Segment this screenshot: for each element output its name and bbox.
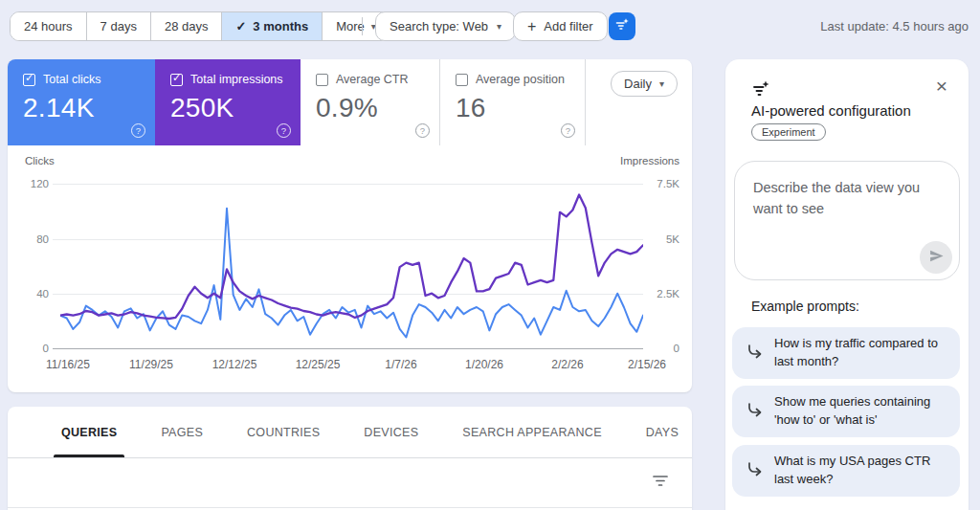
- metric-card-total-impressions[interactable]: ✓ Total impressions 250K ?: [155, 59, 301, 145]
- check-icon: ✓: [235, 19, 246, 33]
- redo-arrow-icon: [746, 343, 763, 364]
- checkbox-checked-icon[interactable]: ✓: [170, 74, 183, 86]
- metric-label: Total clicks: [43, 73, 100, 86]
- x-axis-line: [53, 348, 643, 349]
- search-type-dropdown[interactable]: Search type: Web ▾: [375, 11, 516, 41]
- prompt-input[interactable]: Describe the data view you want to see: [734, 161, 960, 280]
- performance-page: 24 hours 7 days 28 days ✓ 3 months More …: [0, 0, 980, 510]
- left-axis-tick: 120: [31, 178, 49, 189]
- metric-label: Total impressions: [190, 73, 283, 86]
- panel-title: AI-powered configuration: [751, 102, 911, 119]
- range-28-days[interactable]: 28 days: [151, 12, 223, 40]
- left-axis-tick: 80: [36, 233, 49, 245]
- checkbox-unchecked-icon[interactable]: [456, 74, 468, 86]
- ai-filter-button[interactable]: [609, 12, 635, 40]
- metric-value: 0.9%: [316, 93, 439, 123]
- x-axis-label: 1/20/26: [465, 358, 503, 371]
- metric-card-total-clicks[interactable]: ✓ Total clicks 2.14K ?: [8, 59, 155, 145]
- example-prompts-heading: Example prompts:: [751, 299, 859, 314]
- example-prompt-text: What is my USA pages CTR last week?: [774, 453, 948, 489]
- x-axis-label: 1/7/26: [385, 358, 416, 371]
- last-update-text: Last update: 4.5 hours ago: [820, 19, 969, 33]
- example-prompt[interactable]: What is my USA pages CTR last week?: [732, 445, 960, 497]
- performance-chart-card: ✓ Total clicks 2.14K ? ✓ Total impressio…: [8, 59, 692, 392]
- send-button[interactable]: [920, 241, 952, 274]
- tab-pages[interactable]: PAGES: [161, 407, 203, 457]
- metric-label: Average position: [476, 73, 565, 86]
- right-axis-tick: 5K: [666, 233, 679, 245]
- help-icon[interactable]: ?: [277, 123, 291, 138]
- right-axis-tick: 0: [674, 343, 679, 354]
- experiment-badge: Experiment: [751, 123, 826, 141]
- metric-card-average-position[interactable]: Average position 16 ?: [440, 59, 586, 145]
- ai-sparkle-filter-icon: [751, 79, 770, 102]
- x-axis-label: 11/16/25: [46, 358, 90, 371]
- prompt-input-placeholder: Describe the data view you want to see: [753, 177, 935, 220]
- x-axis-label: 12/12/25: [212, 358, 257, 371]
- range-24-hours[interactable]: 24 hours: [11, 12, 87, 40]
- metric-value: 2.14K: [23, 93, 155, 123]
- help-icon[interactable]: ?: [131, 123, 145, 138]
- plus-icon: +: [527, 18, 536, 35]
- toolbar-divider: [362, 17, 363, 35]
- left-axis-tick: 0: [43, 343, 49, 354]
- date-range-group: 24 hours 7 days 28 days ✓ 3 months More …: [10, 11, 390, 41]
- add-filter-button[interactable]: + Add filter: [513, 11, 608, 41]
- metric-cards: ✓ Total clicks 2.14K ? ✓ Total impressio…: [8, 59, 692, 145]
- left-axis-tick: 40: [36, 288, 49, 299]
- close-icon[interactable]: ×: [930, 75, 953, 98]
- filter-toolbar: 24 hours 7 days 28 days ✓ 3 months More …: [0, 0, 980, 54]
- right-axis-tick: 2.5K: [657, 288, 679, 299]
- metric-value: 16: [456, 93, 585, 123]
- example-prompt[interactable]: How is my traffic compared to last month…: [732, 327, 960, 379]
- granularity-dropdown[interactable]: Daily ▾: [611, 71, 678, 97]
- redo-arrow-icon: [746, 401, 763, 422]
- chart-plot-area[interactable]: [60, 184, 643, 348]
- metric-value: 250K: [170, 93, 301, 123]
- checkbox-unchecked-icon[interactable]: [316, 74, 328, 86]
- x-axis-label: 11/29/25: [129, 358, 173, 371]
- table-filter-icon[interactable]: [652, 472, 669, 493]
- tab-countries[interactable]: COUNTRIES: [247, 407, 320, 457]
- timeseries-chart[interactable]: Clicks Impressions 120 80 40 0 7.5K 5K 2…: [8, 145, 692, 392]
- x-axis-label: 2/15/26: [628, 358, 666, 371]
- redo-arrow-icon: [746, 460, 763, 481]
- x-axis-label: 2/2/26: [551, 358, 583, 371]
- help-icon[interactable]: ?: [415, 123, 430, 138]
- metric-label: Average CTR: [336, 73, 409, 86]
- tab-days[interactable]: DAYS: [646, 407, 679, 457]
- ai-configuration-panel: × AI-powered configuration Experiment De…: [725, 59, 969, 510]
- help-icon[interactable]: ?: [561, 123, 575, 138]
- left-axis-title: Clicks: [25, 155, 55, 166]
- x-axis-label: 12/25/25: [296, 358, 341, 371]
- example-prompt[interactable]: Show me queries containing 'how to' or '…: [732, 386, 960, 437]
- range-3-months[interactable]: ✓ 3 months: [222, 12, 323, 40]
- example-prompt-text: Show me queries containing 'how to' or '…: [774, 393, 948, 430]
- checkbox-checked-icon[interactable]: ✓: [23, 74, 35, 86]
- send-icon: [928, 248, 945, 267]
- tab-queries[interactable]: QUERIES: [61, 407, 117, 457]
- tab-devices[interactable]: DEVICES: [364, 407, 418, 457]
- dimensions-table-card: QUERIES PAGES COUNTRIES DEVICES SEARCH A…: [8, 407, 692, 510]
- ai-sparkle-filter-icon: [614, 17, 630, 35]
- example-prompt-text: How is my traffic compared to last month…: [774, 335, 948, 371]
- chevron-down-icon: ▾: [497, 21, 501, 32]
- tab-search-appearance[interactable]: SEARCH APPEARANCE: [462, 407, 601, 457]
- chevron-down-icon: ▾: [659, 78, 664, 89]
- divider: [8, 507, 692, 508]
- right-axis-tick: 7.5K: [657, 178, 679, 189]
- right-axis-title: Impressions: [620, 155, 679, 166]
- metric-card-average-ctr[interactable]: Average CTR 0.9% ?: [301, 59, 440, 145]
- dimension-tabs: QUERIES PAGES COUNTRIES DEVICES SEARCH A…: [61, 407, 679, 457]
- range-7-days[interactable]: 7 days: [87, 12, 151, 40]
- divider: [8, 457, 692, 458]
